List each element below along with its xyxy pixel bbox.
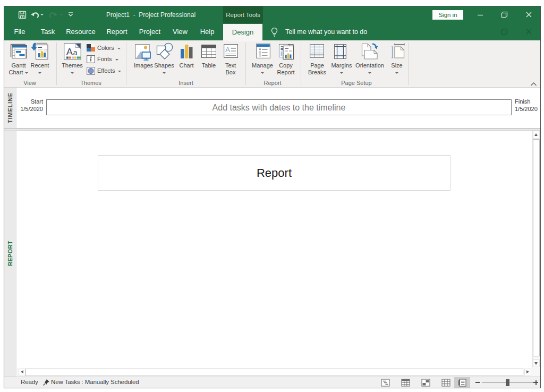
svg-text:A: A [66, 46, 73, 57]
svg-text:a: a [73, 48, 78, 57]
svg-text:A: A [225, 46, 230, 54]
